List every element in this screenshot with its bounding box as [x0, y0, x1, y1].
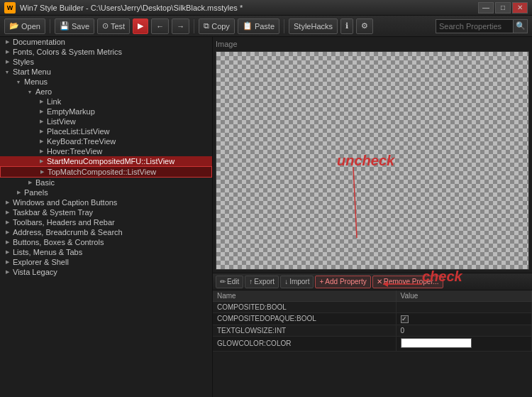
tree-arrow-vista-legacy: ▶ — [3, 269, 11, 275]
tree-item-windows-caption[interactable]: ▶Windows and Caption Buttons — [0, 197, 212, 207]
tree-label-address-breadcrumb: Address, Breadcrumb & Search — [11, 228, 123, 236]
export-button[interactable]: ↑ Export — [245, 276, 279, 288]
tree-item-taskbar-systray[interactable]: ▶Taskbar & System Tray — [0, 207, 212, 217]
add-property-button[interactable]: + Add Property — [315, 276, 370, 288]
tree-arrow-topmatchcomposited: ▶ — [38, 169, 46, 175]
tree-label-link: Link — [45, 97, 61, 106]
prop-value-3[interactable] — [396, 336, 531, 351]
right-panel: Image uncheck check ✏ Edit ↑ Export — [213, 37, 532, 397]
tree-arrow-link: ▶ — [37, 99, 45, 104]
checkbox-1[interactable] — [401, 315, 409, 323]
tree-label-fonts-colors: Fonts, Colors & System Metrics — [11, 48, 122, 56]
title-text: Win7 Style Builder - C:\Users\Jerry\Desk… — [20, 4, 478, 12]
table-row: COMPOSITED:BOOL — [213, 302, 532, 313]
tree-arrow-aero: ▼ — [26, 89, 34, 94]
tree-item-hovertreeview[interactable]: ▶Hover:TreeView — [0, 146, 212, 156]
tree-arrow-buttons-boxes: ▶ — [3, 239, 11, 245]
tree-label-buttons-boxes: Buttons, Boxes & Controls — [11, 238, 104, 246]
prop-name-0: COMPOSITED:BOOL — [213, 302, 396, 313]
color-swatch-3[interactable] — [401, 338, 472, 348]
export-icon: ↑ — [249, 278, 253, 285]
tree-arrow-styles: ▶ — [3, 59, 11, 65]
run-button[interactable]: ▶ — [133, 18, 148, 34]
prop-value-1[interactable] — [396, 313, 531, 325]
search-area: 🔍 — [436, 19, 528, 33]
tree-arrow-keyboardtreeview: ▶ — [37, 138, 45, 144]
tree-item-topmatchcomposited[interactable]: ▶TopMatchComposited::ListView — [0, 166, 212, 178]
col-value-header: Value — [396, 290, 531, 302]
tree-arrow-hovertreeview: ▶ — [37, 148, 45, 154]
tree-item-link[interactable]: ▶Link — [0, 97, 212, 107]
tree-item-styles[interactable]: ▶Styles — [0, 57, 212, 67]
open-button[interactable]: 📂 Open — [4, 18, 45, 34]
search-button[interactable]: 🔍 — [514, 19, 528, 33]
col-name-header: Name — [213, 290, 396, 302]
tree-item-address-breadcrumb[interactable]: ▶Address, Breadcrumb & Search — [0, 227, 212, 237]
tree-item-placelistlistview[interactable]: ▶PlaceList:ListView — [0, 126, 212, 136]
tree-item-listview[interactable]: ▶ListView — [0, 116, 212, 126]
table-row: TEXTGLOWSIZE:INT0 — [213, 325, 532, 336]
arrow-right-button[interactable]: → — [172, 18, 189, 34]
stylehacks-button[interactable]: StyleHacks — [289, 18, 338, 34]
tree-item-start-menu[interactable]: ▼Start Menu — [0, 67, 212, 77]
settings-button[interactable]: ⚙ — [356, 18, 373, 34]
tree-item-menus[interactable]: ▼Menus — [0, 77, 212, 87]
minimize-button[interactable]: — — [478, 2, 494, 13]
toolbar-separator-1 — [50, 19, 50, 33]
arrow-left-button[interactable]: ← — [151, 18, 169, 34]
tree-item-keyboardtreeview[interactable]: ▶KeyBoard:TreeView — [0, 136, 212, 146]
tree-arrow-listview: ▶ — [37, 119, 45, 124]
tree-item-emptymarkup[interactable]: ▶EmptyMarkup — [0, 107, 212, 116]
tree-label-panels: Panels — [23, 188, 48, 197]
test-button[interactable]: ⊙ Test — [97, 18, 130, 34]
tree-arrow-explorer-shell: ▶ — [3, 259, 11, 265]
prop-name-2: TEXTGLOWSIZE:INT — [213, 325, 396, 336]
save-icon: 💾 — [60, 21, 70, 31]
tree-item-vista-legacy[interactable]: ▶Vista Legacy — [0, 267, 212, 277]
window-controls[interactable]: — □ ✕ — [478, 2, 528, 13]
paste-icon: 📋 — [243, 21, 253, 31]
tree-item-panels[interactable]: ▶Panels — [0, 187, 212, 197]
maximize-button[interactable]: □ — [495, 2, 511, 13]
tree-arrow-fonts-colors: ▶ — [3, 49, 11, 55]
test-icon: ⊙ — [102, 21, 109, 31]
title-bar: W Win7 Style Builder - C:\Users\Jerry\De… — [0, 0, 532, 16]
search-input[interactable] — [436, 19, 514, 33]
add-icon: + — [319, 278, 323, 285]
tree-item-buttons-boxes[interactable]: ▶Buttons, Boxes & Controls — [0, 237, 212, 247]
edit-icon: ✏ — [220, 278, 226, 285]
tree-item-explorer-shell[interactable]: ▶Explorer & Shell — [0, 257, 212, 267]
copy-button[interactable]: ⧉ Copy — [199, 18, 235, 34]
edit-button[interactable]: ✏ Edit — [216, 276, 243, 288]
tree-item-basic[interactable]: ▶Basic — [0, 178, 212, 187]
tree-item-fonts-colors[interactable]: ▶Fonts, Colors & System Metrics — [0, 47, 212, 57]
main-layout: ▶Documentation▶Fonts, Colors & System Me… — [0, 37, 532, 397]
tree-arrow-placelistlistview: ▶ — [37, 129, 45, 134]
tree-item-lists-menus[interactable]: ▶Lists, Menus & Tabs — [0, 247, 212, 257]
tree-arrow-toolbars-headers: ▶ — [3, 219, 11, 225]
paste-button[interactable]: 📋 Paste — [238, 18, 279, 34]
import-button[interactable]: ↓ Import — [280, 276, 314, 288]
tree-arrow-emptymarkup: ▶ — [37, 109, 45, 114]
info-button[interactable]: ℹ — [340, 18, 353, 34]
prop-name-3: GLOWCOLOR:COLOR — [213, 336, 396, 351]
tree-arrow-documentation: ▶ — [3, 39, 11, 45]
properties-panel: ✏ Edit ↑ Export ↓ Import + Add Property … — [213, 273, 532, 397]
table-row: COMPOSITEDOPAQUE:BOOL — [213, 313, 532, 325]
tree-item-aero[interactable]: ▼Aero — [0, 87, 212, 97]
tree-item-documentation[interactable]: ▶Documentation — [0, 37, 212, 47]
toolbar-separator-3 — [284, 19, 284, 33]
tree-arrow-taskbar-systray: ▶ — [3, 210, 11, 215]
prop-name-1: COMPOSITEDOPAQUE:BOOL — [213, 313, 396, 325]
tree-label-menus: Menus — [23, 77, 48, 86]
save-button[interactable]: 💾 Save — [55, 18, 94, 34]
tree-label-documentation: Documentation — [11, 38, 65, 46]
app-icon: W — [4, 2, 16, 13]
tree-item-toolbars-headers[interactable]: ▶Toolbars, Headers and Rebar — [0, 217, 212, 227]
tree-arrow-start-menu: ▼ — [3, 70, 11, 75]
tree-label-toolbars-headers: Toolbars, Headers and Rebar — [11, 218, 115, 227]
close-button[interactable]: ✕ — [512, 2, 528, 13]
tree-arrow-basic: ▶ — [26, 180, 34, 185]
tree-item-startmenucomposited[interactable]: ▶StartMenuCompositedMFU::ListView — [0, 156, 212, 166]
tree-label-aero: Aero — [34, 87, 52, 96]
